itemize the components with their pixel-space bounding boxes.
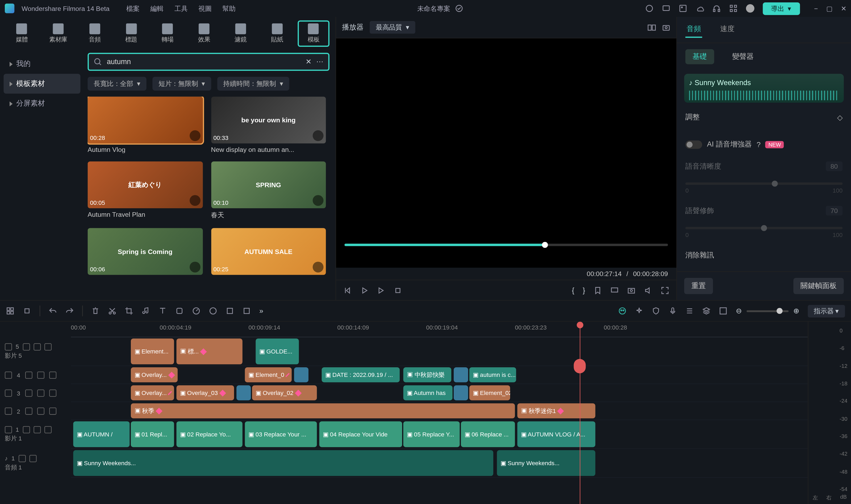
ai-icon[interactable]: [618, 307, 627, 315]
clip[interactable]: [454, 385, 468, 400]
marker-icon[interactable]: [594, 286, 602, 294]
diamond-icon[interactable]: ◇: [837, 113, 843, 122]
subtab-basic[interactable]: 基礎: [685, 49, 714, 64]
help-icon[interactable]: ?: [757, 140, 761, 149]
sound-card[interactable]: ♪ Sunny Weekends: [684, 74, 844, 103]
track-head-1[interactable]: 1 影片 1: [0, 420, 71, 449]
tab-media[interactable]: 媒體: [6, 20, 38, 47]
tab-transitions[interactable]: 轉場: [152, 20, 183, 47]
tab-templates[interactable]: 模板: [297, 20, 329, 47]
tool-square[interactable]: [175, 307, 184, 315]
filter-duration[interactable]: 持續時間：無限制 ▾: [217, 77, 289, 91]
trim-slider[interactable]: [685, 227, 843, 229]
undo-icon[interactable]: [49, 307, 57, 315]
screen-icon[interactable]: [662, 4, 670, 13]
zoom-slider[interactable]: [746, 310, 789, 312]
menu-tools[interactable]: 工具: [175, 4, 188, 13]
clip[interactable]: ▣ Element...: [131, 339, 174, 364]
fullscreen-icon[interactable]: [661, 286, 669, 294]
snapshot-icon[interactable]: [662, 23, 670, 32]
export-button[interactable]: 導出 ▾: [762, 2, 800, 15]
playhead[interactable]: [580, 322, 580, 504]
sidenav-split[interactable]: 分屏素材: [4, 94, 80, 113]
tab-filters[interactable]: 濾鏡: [225, 20, 256, 47]
track-head-3[interactable]: 3: [0, 384, 71, 402]
apps-icon[interactable]: [729, 4, 738, 13]
download-icon[interactable]: [313, 195, 324, 206]
crop-icon[interactable]: [125, 307, 133, 315]
prev-frame-icon[interactable]: [343, 286, 352, 294]
preview-viewport[interactable]: [336, 38, 676, 268]
tab-effects[interactable]: 效果: [188, 20, 220, 47]
template-card[interactable]: 00:10SPRING春天: [211, 161, 326, 220]
download-icon[interactable]: [313, 130, 324, 141]
speed-icon[interactable]: [192, 307, 200, 315]
quality-select[interactable]: 最高品質 ▾: [370, 21, 415, 34]
track-row-1[interactable]: ▣ AUTUMN /▣ 01 Repl...▣ 02 Replace Yo...…: [71, 420, 808, 449]
image-icon[interactable]: [678, 4, 687, 13]
text-icon[interactable]: [159, 307, 167, 315]
clip[interactable]: ▣ DATE : 2022.09.19 / ...: [322, 367, 400, 382]
clip[interactable]: ▣ Overlay...: [131, 385, 174, 400]
zoom-out[interactable]: ⊖: [736, 307, 742, 315]
insp-tab-audio[interactable]: 音頻: [685, 21, 702, 38]
subtab-voicechanger[interactable]: 變聲器: [725, 49, 761, 64]
clip[interactable]: ▣ Autumn has: [403, 385, 453, 400]
list-icon[interactable]: [685, 307, 694, 315]
stop-icon[interactable]: [394, 286, 402, 294]
track-row-4[interactable]: ▣ Overlay...▣ Element_0▣ DATE : 2022.09.…: [71, 366, 808, 384]
clip[interactable]: ▣ Sunny Weekends...: [497, 450, 595, 476]
tab-audio[interactable]: 音頻: [79, 20, 111, 47]
filter-aspect[interactable]: 長寬比：全部 ▾: [88, 77, 146, 91]
maximize-button[interactable]: ▢: [826, 4, 832, 12]
clip[interactable]: ▣ 01 Repl...: [131, 421, 174, 447]
track-head-5[interactable]: 5 影片 5: [0, 337, 71, 366]
search-input[interactable]: [107, 58, 301, 66]
avatar[interactable]: [746, 4, 754, 13]
track-head-2[interactable]: 2: [0, 402, 71, 420]
play-pause-icon[interactable]: [360, 286, 368, 294]
clip[interactable]: ▣ autumn is c...: [469, 367, 516, 382]
clip[interactable]: [454, 367, 468, 382]
music-icon[interactable]: [142, 307, 150, 315]
delete-icon[interactable]: [91, 307, 100, 315]
menu-help[interactable]: 幫助: [222, 4, 236, 13]
clip[interactable]: ▣ 秋季迷你1: [517, 403, 595, 418]
grid-icon[interactable]: [719, 307, 727, 315]
indicator-dropdown[interactable]: 指示器 ▾: [808, 305, 845, 317]
template-card[interactable]: 00:25AUTUMN SALE: [211, 228, 326, 277]
clip[interactable]: [294, 367, 308, 382]
template-card[interactable]: 00:05紅葉めぐりAutumn Travel Plan: [88, 161, 202, 220]
display-icon[interactable]: [610, 286, 619, 294]
clip[interactable]: ▣ 03 Replace Your ...: [245, 421, 317, 447]
cloud-icon[interactable]: [695, 4, 704, 13]
sidenav-my[interactable]: 我的: [4, 54, 80, 74]
minimize-button[interactable]: −: [814, 4, 818, 12]
clip[interactable]: ▣ 中秋節快樂: [403, 367, 452, 382]
track-row-5[interactable]: ▣ Element...▣ 標...▣ GOLDE...: [71, 337, 808, 366]
tab-stickers[interactable]: 貼紙: [261, 20, 293, 47]
clip[interactable]: ▣ 02 Replace Yo...: [176, 421, 242, 447]
clip[interactable]: ▣ AUTUMN VLOG / A...: [517, 421, 595, 447]
menu-file[interactable]: 檔案: [126, 4, 140, 13]
insp-tab-speed[interactable]: 速度: [719, 21, 736, 38]
clip[interactable]: ▣ 秋季: [131, 403, 515, 418]
download-icon[interactable]: [313, 262, 324, 273]
clip[interactable]: ▣ AUTUMN /: [73, 421, 129, 447]
clip[interactable]: ▣ GOLDE...: [256, 339, 298, 364]
filter-short[interactable]: 短片：無限制 ▾: [152, 77, 211, 91]
tool-1[interactable]: [6, 307, 15, 315]
reset-button[interactable]: 重置: [684, 278, 713, 294]
sparkle-icon[interactable]: [635, 307, 643, 315]
cut-icon[interactable]: [108, 307, 116, 315]
shield-icon[interactable]: [652, 307, 660, 315]
sidenav-template[interactable]: 模板素材: [4, 74, 80, 94]
circle-icon[interactable]: [645, 4, 653, 13]
mic-icon[interactable]: [669, 307, 677, 315]
compare-icon[interactable]: [648, 23, 656, 32]
clip[interactable]: ▣ Sunny Weekends...: [73, 450, 493, 476]
ai-enhance-toggle[interactable]: [685, 140, 702, 149]
tool-ex2[interactable]: [242, 307, 251, 315]
camera-icon[interactable]: [627, 286, 636, 294]
clip[interactable]: ▣ Overlay_03: [176, 385, 234, 400]
